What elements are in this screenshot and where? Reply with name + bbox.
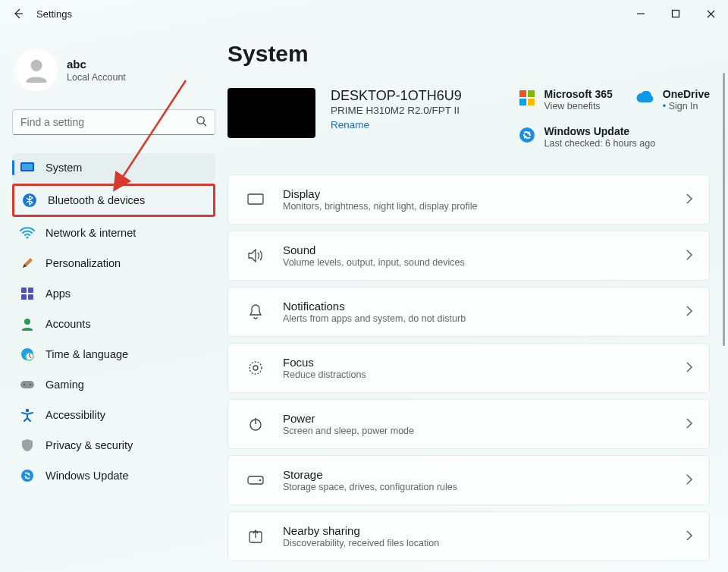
minimize-button[interactable] <box>623 0 658 27</box>
device-model: PRIME H310M2 R2.0/FPT II <box>331 105 462 116</box>
wifi-icon <box>20 225 35 240</box>
chevron-right-icon <box>686 530 692 543</box>
nav-network[interactable]: Network & internet <box>12 218 215 247</box>
chevron-right-icon <box>686 362 692 375</box>
m365-icon <box>517 88 537 108</box>
chevron-right-icon <box>686 306 692 319</box>
close-button[interactable] <box>693 0 728 27</box>
svg-rect-26 <box>519 99 526 105</box>
nav-accessibility[interactable]: Accessibility <box>12 401 215 429</box>
bell-icon <box>245 304 266 319</box>
nav-personalization[interactable]: Personalization <box>12 249 215 278</box>
chevron-right-icon <box>686 193 692 206</box>
svg-rect-27 <box>528 99 535 105</box>
setting-title: Focus <box>283 356 686 369</box>
svg-point-15 <box>24 319 30 325</box>
nav-label: Accessibility <box>46 409 105 421</box>
nav-label: System <box>46 162 82 174</box>
profile-block[interactable]: abc Local Account <box>12 36 215 109</box>
nav-system[interactable]: System <box>12 153 215 182</box>
m365-card[interactable]: Microsoft 365 View benefits <box>517 88 613 112</box>
setting-sub: Alerts from apps and system, do not dist… <box>283 313 686 324</box>
svg-point-10 <box>26 236 28 238</box>
setting-storage[interactable]: StorageStorage space, drives, configurat… <box>228 455 710 505</box>
svg-line-6 <box>203 123 206 126</box>
windows-update-icon <box>517 125 537 145</box>
svg-point-30 <box>249 362 262 374</box>
wu-sub: Last checked: 6 hours ago <box>544 138 656 149</box>
nav-apps[interactable]: Apps <box>12 279 215 308</box>
search-box[interactable] <box>12 109 215 135</box>
nav-gaming[interactable]: Gaming <box>12 370 215 399</box>
setting-focus[interactable]: FocusReduce distractions <box>228 343 710 393</box>
rename-link[interactable]: Rename <box>331 119 462 130</box>
maximize-button[interactable] <box>658 0 693 27</box>
scrollbar-thumb[interactable] <box>723 73 725 346</box>
onedrive-sub: • Sign In <box>663 101 710 112</box>
profile-sub: Local Account <box>67 72 126 83</box>
svg-point-31 <box>253 366 258 370</box>
bluetooth-icon <box>22 193 37 208</box>
setting-sub: Discoverability, received files location <box>283 538 686 548</box>
svg-point-20 <box>24 384 25 385</box>
back-button[interactable] <box>12 8 24 20</box>
svg-point-23 <box>21 470 33 482</box>
onedrive-title: OneDrive <box>663 88 710 100</box>
setting-display[interactable]: DisplayMonitors, brightness, night light… <box>228 174 710 225</box>
nav-label: Gaming <box>46 379 84 391</box>
nav-privacy[interactable]: Privacy & security <box>12 431 215 460</box>
setting-sub: Monitors, brightness, night light, displ… <box>283 201 686 212</box>
device-hero: DESKTOP-1OTH6U9 PRIME H310M2 R2.0/FPT II… <box>228 88 710 149</box>
m365-sub: View benefits <box>544 101 613 112</box>
storage-icon <box>245 476 266 485</box>
setting-sub: Volume levels, output, input, sound devi… <box>283 257 686 268</box>
onedrive-icon <box>635 88 655 108</box>
app-title: Settings <box>36 8 72 20</box>
gamepad-icon <box>20 377 35 392</box>
setting-sub: Reduce distractions <box>283 369 686 380</box>
nav-label: Time & language <box>46 348 128 360</box>
system-icon <box>20 160 35 175</box>
sidebar: abc Local Account System Bluetooth & dev… <box>0 27 228 572</box>
nav-update[interactable]: Windows Update <box>12 461 215 490</box>
clock-globe-icon <box>20 347 35 362</box>
nav-list: System Bluetooth & devices Network & int… <box>12 153 215 490</box>
setting-sound[interactable]: SoundVolume levels, output, input, sound… <box>228 231 710 281</box>
titlebar: Settings <box>0 0 728 27</box>
setting-title: Power <box>283 412 686 425</box>
svg-rect-11 <box>21 288 27 293</box>
device-name: DESKTOP-1OTH6U9 <box>331 88 462 104</box>
svg-point-4 <box>30 60 42 71</box>
setting-title: Display <box>283 187 686 200</box>
m365-title: Microsoft 365 <box>544 88 613 100</box>
svg-point-35 <box>259 479 261 481</box>
setting-title: Notifications <box>283 300 686 313</box>
nav-label: Network & internet <box>46 227 136 239</box>
setting-title: Nearby sharing <box>283 524 686 537</box>
focus-icon <box>245 360 266 376</box>
update-icon <box>20 468 35 483</box>
sound-icon <box>245 249 266 262</box>
nav-time[interactable]: Time & language <box>12 340 215 369</box>
apps-icon <box>20 286 35 301</box>
nav-bluetooth[interactable]: Bluetooth & devices <box>12 184 215 217</box>
chevron-right-icon <box>686 474 692 487</box>
nav-label: Windows Update <box>46 470 129 482</box>
windows-update-card[interactable]: Windows Update Last checked: 6 hours ago <box>517 125 711 149</box>
setting-notifications[interactable]: NotificationsAlerts from apps and system… <box>228 287 710 337</box>
setting-nearby[interactable]: Nearby sharingDiscoverability, received … <box>228 511 710 561</box>
nav-accounts[interactable]: Accounts <box>12 310 215 338</box>
device-thumbnail <box>228 88 315 138</box>
svg-rect-12 <box>28 288 33 293</box>
setting-sub: Screen and sleep, power mode <box>283 426 686 436</box>
setting-title: Storage <box>283 468 686 481</box>
setting-title: Sound <box>283 244 686 256</box>
system-settings-list: DisplayMonitors, brightness, night light… <box>228 174 710 570</box>
onedrive-card[interactable]: OneDrive • Sign In <box>635 88 710 112</box>
search-input[interactable] <box>20 116 196 128</box>
profile-name: abc <box>67 58 126 71</box>
nav-label: Privacy & security <box>46 439 133 451</box>
chevron-right-icon <box>686 250 692 262</box>
chevron-right-icon <box>686 418 692 431</box>
setting-power[interactable]: PowerScreen and sleep, power mode <box>228 399 710 449</box>
